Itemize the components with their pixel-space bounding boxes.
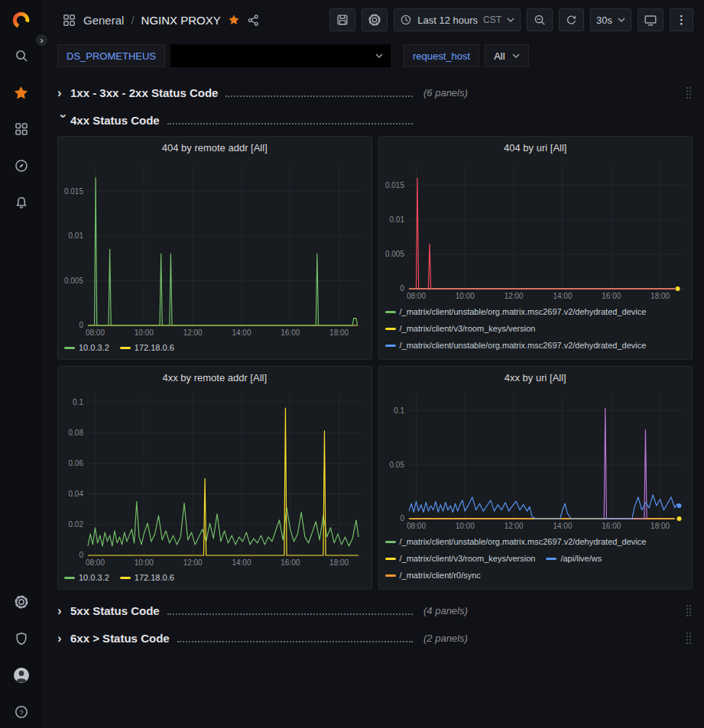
sidebar-item-explore[interactable] — [8, 156, 35, 176]
svg-text:10:00: 10:00 — [135, 328, 154, 337]
svg-text:14:00: 14:00 — [232, 328, 251, 337]
svg-text:18:00: 18:00 — [329, 558, 349, 567]
panel-404-by-remote-addr: 404 by remote addr [All] 00.0050.010.015… — [57, 136, 372, 360]
drag-handle-icon[interactable] — [685, 603, 693, 617]
svg-text:0.01: 0.01 — [69, 231, 84, 240]
chevron-down-icon — [618, 18, 625, 22]
svg-text:14:00: 14:00 — [553, 292, 572, 300]
refresh-interval-label: 30s — [596, 15, 612, 26]
legend-item[interactable]: /_matrix/client/unstable/org.matrix.msc2… — [385, 303, 647, 320]
sidebar-item-configuration[interactable] — [8, 592, 35, 612]
main-area: General / NGINX PROXY — [42, 0, 704, 728]
breadcrumb: General / NGINX PROXY — [62, 13, 260, 28]
legend-item[interactable]: /_matrix/client/v3/room_keys/version — [385, 320, 536, 337]
dotted-leader — [167, 613, 413, 615]
dotted-leader — [167, 123, 413, 125]
dashboard-area: › 1xx - 3xx - 2xx Status Code (6 panels)… — [42, 75, 704, 728]
tv-mode-button[interactable] — [637, 8, 663, 31]
request-host-variable-label[interactable]: request_host — [404, 44, 479, 67]
row-5xx-status-code[interactable]: › 5xx Status Code (4 panels) — [57, 599, 693, 622]
breadcrumb-separator: / — [131, 14, 134, 27]
dashboard-settings-button[interactable] — [362, 8, 388, 31]
sidebar-item-help[interactable]: ? — [8, 702, 35, 722]
svg-text:16:00: 16:00 — [602, 292, 621, 300]
timeseries-chart[interactable]: 00.0050.010.01508:0010:0012:0014:0016:00… — [379, 158, 693, 303]
svg-text:18:00: 18:00 — [329, 328, 349, 337]
timeseries-chart[interactable]: 00.0050.010.01508:0010:0012:0014:0016:00… — [58, 158, 371, 339]
datasource-variable-label[interactable]: DS_PROMETHEUS — [57, 44, 165, 67]
panel-title[interactable]: 404 by remote addr [All] — [58, 137, 371, 158]
chevron-down-icon — [375, 53, 383, 58]
row-panel-count: (4 panels) — [423, 605, 468, 616]
svg-text:0.005: 0.005 — [64, 277, 83, 285]
legend-item[interactable]: /_matrix/client/r0/sync — [385, 567, 481, 584]
legend-item[interactable]: /_matrix/client/unstable/org.matrix.msc2… — [385, 584, 647, 589]
svg-text:0: 0 — [400, 514, 404, 523]
legend-item[interactable]: /_matrix/client/v3/room_keys/version — [385, 354, 536, 359]
chart-legend: 10.0.3.2172.18.0.6 — [58, 569, 371, 589]
panel-title[interactable]: 4xx by remote addr [All] — [58, 367, 371, 388]
row-panel-count: (2 panels) — [423, 633, 468, 644]
sidebar-item-alerting[interactable] — [8, 193, 35, 212]
svg-text:16:00: 16:00 — [281, 558, 300, 567]
refresh-interval-picker[interactable]: 30s — [590, 8, 631, 31]
row-4xx-status-code[interactable]: › 4xx Status Code — [57, 108, 693, 131]
legend-series-marker — [385, 328, 396, 330]
variables-bar: DS_PROMETHEUS request_host All — [42, 40, 704, 75]
row-panel-count: (6 panels) — [423, 87, 468, 99]
legend-item[interactable]: 10.0.3.2 — [64, 340, 109, 355]
more-options-button[interactable]: ⋮ — [670, 8, 693, 31]
svg-text:10:00: 10:00 — [455, 522, 474, 530]
dashboard-title[interactable]: NGINX PROXY — [141, 14, 221, 27]
timeseries-chart[interactable]: 00.050.108:0010:0012:0014:0016:0018:00 — [379, 388, 693, 532]
dotted-leader — [177, 641, 413, 642]
legend-item[interactable]: /_matrix/client/unstable/org.matrix.msc2… — [385, 337, 647, 354]
request-host-selected: All — [494, 50, 504, 62]
row-1xx-3xx-2xx-status-code[interactable]: › 1xx - 3xx - 2xx Status Code (6 panels) — [57, 81, 693, 104]
svg-text:0.01: 0.01 — [389, 215, 404, 224]
panel-title[interactable]: 4xx by uri [All] — [379, 367, 693, 388]
row-title: 6xx > Status Code — [70, 632, 170, 645]
svg-text:0: 0 — [79, 321, 83, 329]
panel-title[interactable]: 404 by uri [All] — [379, 137, 693, 158]
header-actions: Last 12 hours CST 30s — [329, 8, 693, 31]
zoom-out-time-button[interactable] — [527, 8, 553, 31]
drag-handle-icon[interactable] — [685, 631, 693, 645]
sidebar-item-server-admin[interactable] — [8, 629, 35, 649]
row-6xx-status-code[interactable]: › 6xx > Status Code (2 panels) — [57, 626, 693, 649]
legend-item[interactable]: 10.0.3.2 — [64, 570, 109, 585]
timeseries-chart[interactable]: 00.020.040.060.080.108:0010:0012:0014:00… — [58, 388, 371, 569]
share-icon[interactable] — [247, 14, 260, 27]
grafana-logo[interactable] — [8, 9, 35, 29]
legend-item[interactable]: 172.18.0.6 — [120, 340, 174, 355]
sidebar: ? — [0, 0, 42, 728]
sidebar-item-dashboards[interactable] — [8, 119, 35, 139]
sidebar-item-profile[interactable] — [8, 665, 35, 685]
star-filled-icon[interactable] — [228, 14, 240, 26]
sidebar-item-search[interactable] — [8, 46, 35, 66]
zoom-out-icon — [533, 13, 547, 27]
datasource-variable-value[interactable] — [170, 44, 391, 67]
sidebar-nav — [8, 46, 35, 212]
legend-series-marker — [120, 347, 131, 349]
drag-handle-icon[interactable] — [685, 86, 693, 99]
legend-item[interactable]: /sw.js — [546, 354, 581, 359]
legend-item[interactable]: /_matrix/client/v3/room_keys/version — [385, 550, 536, 567]
breadcrumb-section[interactable]: General — [83, 14, 124, 27]
refresh-icon — [565, 14, 578, 27]
legend-item[interactable]: 172.18.0.6 — [120, 570, 174, 585]
sidebar-expand-button[interactable]: › — [35, 34, 48, 47]
request-host-variable-value[interactable]: All — [485, 44, 528, 67]
legend-item[interactable]: /_matrix/client/unstable/org.matrix.msc2… — [385, 533, 647, 550]
question-circle-icon: ? — [14, 704, 29, 720]
svg-text:0.1: 0.1 — [394, 406, 404, 415]
save-dashboard-button[interactable] — [329, 8, 355, 31]
refresh-button[interactable] — [559, 8, 584, 31]
sidebar-item-starred[interactable] — [8, 83, 35, 102]
legend-item[interactable]: /api/live/ws — [546, 550, 602, 567]
legend-series-marker — [546, 558, 556, 560]
time-range-picker[interactable]: Last 12 hours CST — [394, 8, 521, 31]
legend-series-marker — [385, 345, 396, 347]
gear-icon — [368, 13, 381, 27]
svg-text:0.05: 0.05 — [389, 461, 404, 469]
